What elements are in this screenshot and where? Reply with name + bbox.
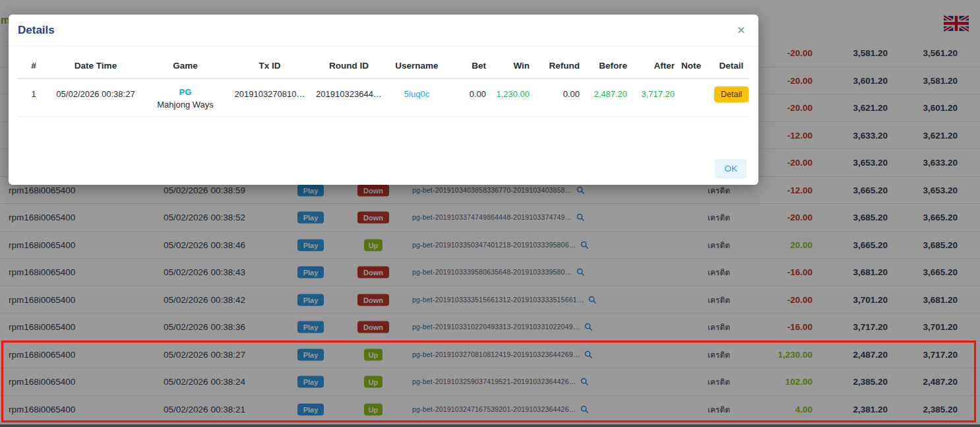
col-roundid: Round ID <box>311 61 387 71</box>
col-after: After <box>627 61 675 71</box>
detail-before: 2,487.20 <box>580 87 627 99</box>
col-before: Before <box>580 61 627 71</box>
detail-refund: 0.00 <box>530 87 580 99</box>
close-icon[interactable]: ✕ <box>737 25 745 35</box>
detail-datetime: 05/02/2026 00:38:27 <box>49 87 142 99</box>
detail-button[interactable]: Detail <box>714 86 749 102</box>
game-name: Mahjong Ways <box>142 100 229 110</box>
modal-header: Details ✕ <box>9 15 758 46</box>
col-bet: Bet <box>446 61 486 71</box>
page: m -20.00 3,581.20 <box>0 0 980 427</box>
detail-username-link[interactable]: 5iuq0c <box>387 87 446 99</box>
game-provider: PG <box>142 87 229 97</box>
detail-roundid: 201910323644… <box>311 87 387 99</box>
col-note: Note <box>675 61 708 71</box>
col-txid: Tx ID <box>229 61 311 71</box>
col-game: Game <box>142 61 229 71</box>
col-username: Username <box>387 61 446 71</box>
detail-win: 1,230.00 <box>486 87 530 99</box>
detail-button-cell: Detail <box>708 87 755 102</box>
detail-after: 3,717.20 <box>627 87 675 99</box>
modal-table-row: 1 05/02/2026 00:38:27 PG Mahjong Ways 20… <box>18 79 749 117</box>
col-refund: Refund <box>530 61 580 71</box>
detail-note <box>675 87 708 89</box>
col-index: # <box>18 61 49 71</box>
modal-body: # Date Time Game Tx ID Round ID Username… <box>9 46 758 117</box>
col-win: Win <box>486 61 530 71</box>
detail-game: PG Mahjong Ways <box>142 87 229 110</box>
col-datetime: Date Time <box>49 61 142 71</box>
modal-footer: OK <box>715 159 747 178</box>
modal-table-header: # Date Time Game Tx ID Round ID Username… <box>18 61 749 79</box>
details-modal: Details ✕ # Date Time Game Tx ID Round I… <box>9 15 758 185</box>
detail-txid: 2019103270810… <box>229 87 311 99</box>
ok-button[interactable]: OK <box>715 159 747 178</box>
detail-index: 1 <box>18 87 49 99</box>
col-detail: Detail <box>708 61 755 71</box>
modal-title: Details <box>18 24 55 37</box>
detail-bet: 0.00 <box>446 87 486 99</box>
